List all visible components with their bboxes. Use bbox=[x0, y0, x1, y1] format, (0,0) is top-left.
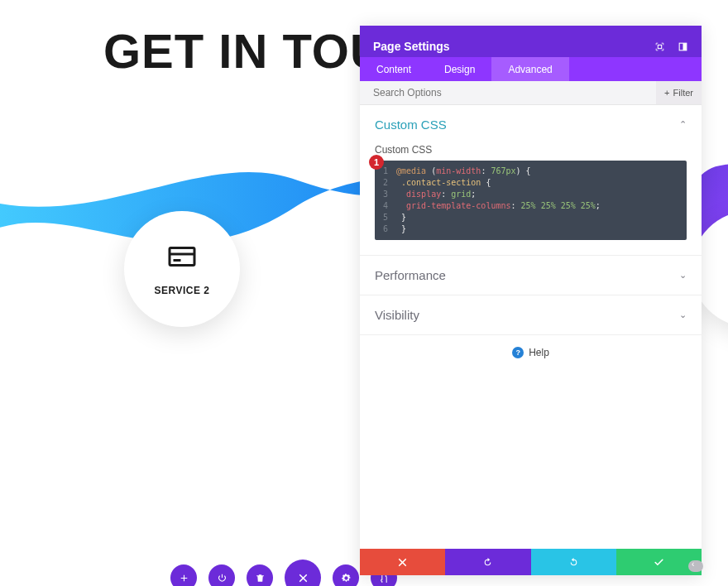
filter-button[interactable]: + Filter bbox=[656, 81, 702, 104]
code-area: 1 1@media (min-width: 767px) { 2 .contac… bbox=[375, 161, 687, 240]
filter-label: Filter bbox=[673, 88, 693, 98]
chevron-down-icon: ⌄ bbox=[679, 270, 687, 281]
chevron-down-icon: ⌄ bbox=[679, 310, 687, 320]
panel-body: Custom CSS ⌃ Custom CSS 1 1@media (min-w… bbox=[360, 105, 702, 549]
expand-icon[interactable] bbox=[654, 41, 665, 52]
panel-title: Page Settings bbox=[373, 40, 450, 53]
close-button[interactable] bbox=[285, 560, 321, 586]
svg-rect-3 bbox=[658, 45, 661, 48]
tab-content[interactable]: Content bbox=[360, 57, 428, 81]
section-header-visibility[interactable]: Visibility ⌄ bbox=[360, 295, 702, 334]
section-custom-css: Custom CSS ⌃ Custom CSS 1 1@media (min-w… bbox=[360, 105, 702, 256]
section-performance: Performance ⌄ bbox=[360, 256, 702, 295]
gear-button[interactable] bbox=[333, 564, 359, 586]
plus-icon: + bbox=[664, 88, 669, 98]
section-title: Performance bbox=[375, 268, 446, 282]
help-icon: ? bbox=[512, 347, 524, 358]
code-editor[interactable]: 1@media (min-width: 767px) { 2 .contact-… bbox=[375, 161, 687, 240]
section-header-performance[interactable]: Performance ⌄ bbox=[360, 256, 702, 295]
collapse-toggle[interactable] bbox=[688, 560, 703, 572]
help-label: Help bbox=[529, 347, 549, 358]
step-badge: 1 bbox=[369, 155, 384, 170]
search-input[interactable] bbox=[373, 87, 656, 98]
help-row[interactable]: ? Help bbox=[360, 335, 702, 370]
chevron-up-icon: ⌃ bbox=[679, 119, 687, 130]
undo-button[interactable] bbox=[445, 549, 530, 575]
panel-footer bbox=[360, 549, 702, 575]
snap-icon[interactable] bbox=[677, 41, 688, 52]
section-title: Custom CSS bbox=[375, 118, 447, 132]
subsection-label: Custom CSS bbox=[360, 144, 702, 161]
page-settings-panel: Page Settings Content Design Advanced + … bbox=[360, 26, 702, 575]
service-card-2[interactable]: SERVICE 2 bbox=[124, 211, 240, 327]
add-button[interactable] bbox=[170, 564, 197, 586]
svg-rect-5 bbox=[682, 43, 686, 50]
panel-tabs: Content Design Advanced bbox=[360, 57, 702, 81]
redo-button[interactable] bbox=[531, 549, 616, 575]
svg-rect-0 bbox=[170, 248, 194, 266]
power-button[interactable] bbox=[208, 564, 235, 586]
card-icon bbox=[167, 242, 197, 275]
panel-header: Page Settings bbox=[360, 26, 702, 57]
section-header-custom-css[interactable]: Custom CSS ⌃ bbox=[360, 105, 702, 144]
service-card-label: SERVICE 2 bbox=[155, 285, 210, 296]
section-visibility: Visibility ⌄ bbox=[360, 295, 702, 335]
discard-button[interactable] bbox=[360, 549, 445, 575]
section-title: Visibility bbox=[375, 308, 419, 322]
tab-design[interactable]: Design bbox=[428, 57, 491, 81]
trash-button[interactable] bbox=[247, 564, 273, 586]
search-row: + Filter bbox=[360, 81, 702, 105]
tab-advanced[interactable]: Advanced bbox=[491, 57, 568, 81]
